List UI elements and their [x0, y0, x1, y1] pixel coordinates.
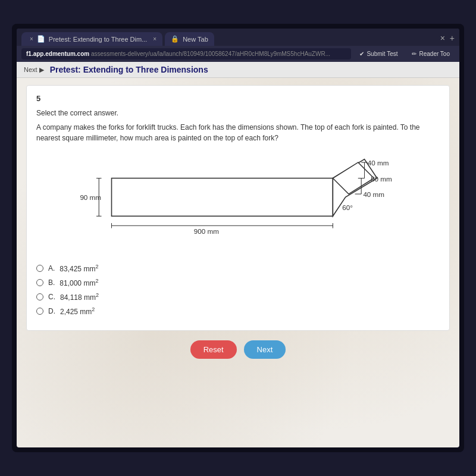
svg-text:50 mm: 50 mm [371, 175, 392, 183]
question-instruction: Select the correct answer. [36, 109, 440, 117]
tab-pretest[interactable]: × 📄 Pretest: Extending to Three Dim... × [21, 32, 162, 46]
choice-c[interactable]: C. 84,118 mm2 [36, 292, 440, 302]
choice-b-text: 81,000 mm2 [60, 278, 98, 287]
reader-icon: ✏ [412, 51, 416, 57]
address-bar[interactable]: f1.app.edmentum.com assessments-delivery… [21, 48, 351, 60]
radio-d[interactable] [36, 308, 43, 315]
tab-new[interactable]: 🔒 New Tab [165, 32, 214, 46]
choice-d-letter: D. [48, 307, 55, 315]
nav-next-label: Next [24, 66, 37, 73]
browser-chrome: × 📄 Pretest: Extending to Three Dim... ×… [17, 29, 459, 62]
tab-new-icon: 🔒 [171, 35, 179, 43]
choice-c-letter: C. [48, 293, 55, 301]
submit-label: Submit Test [367, 51, 397, 57]
question-number: 5 [36, 94, 440, 103]
screen: × 📄 Pretest: Extending to Three Dim... ×… [17, 29, 459, 447]
svg-text:90 mm: 90 mm [80, 193, 101, 201]
monitor-frame: × 📄 Pretest: Extending to Three Dim... ×… [12, 24, 464, 452]
choice-a-text: 83,425 mm2 [60, 264, 98, 273]
svg-text:60°: 60° [342, 203, 353, 211]
tab-icon: 📄 [37, 35, 45, 43]
svg-rect-0 [112, 178, 333, 217]
choice-a-letter: A. [48, 264, 55, 273]
reader-tool-button[interactable]: ✏ Reader Too [407, 49, 455, 59]
choice-d[interactable]: D. 2,425 mm2 [36, 306, 440, 316]
tab-new-label: New Tab [183, 36, 208, 43]
address-bar-row: f1.app.edmentum.com assessments-delivery… [17, 46, 459, 62]
question-text: A company makes the forks for forklift t… [36, 122, 440, 143]
svg-text:40 mm: 40 mm [363, 190, 384, 198]
bottom-buttons: Reset Next [26, 340, 450, 359]
new-tab-icon[interactable]: + [450, 33, 455, 43]
answer-choices: A. 83,425 mm2 B. 81,000 mm2 C. 84,118 mm… [36, 264, 440, 316]
radio-b[interactable] [36, 279, 43, 286]
nav-next-button[interactable]: Next ▶ [24, 66, 44, 74]
page-title: Pretest: Extending to Three Dimensions [50, 65, 208, 74]
reader-label: Reader Too [419, 51, 450, 57]
close-window-icon[interactable]: × [440, 33, 445, 43]
question-card: 5 Select the correct answer. A company m… [26, 85, 450, 331]
next-button[interactable]: Next [244, 340, 286, 359]
submit-test-button[interactable]: ✔ Submit Test [355, 49, 402, 59]
header-buttons: ✔ Submit Test ✏ Reader Too [355, 49, 455, 59]
choice-b-letter: B. [48, 278, 55, 287]
tab-close-icon-2[interactable]: × [153, 36, 156, 42]
radio-a[interactable] [36, 265, 43, 272]
tab-close-icon[interactable]: × [30, 36, 33, 42]
submit-icon: ✔ [359, 51, 364, 57]
choice-a[interactable]: A. 83,425 mm2 [36, 264, 440, 273]
svg-text:900 mm: 900 mm [194, 227, 219, 235]
reset-button[interactable]: Reset [190, 340, 237, 359]
fork-diagram: 90 mm 900 mm 40 mm 50 mm 40 mm [36, 153, 440, 254]
tab-bar-actions: × + [440, 33, 455, 45]
tab-bar: × 📄 Pretest: Extending to Three Dim... ×… [17, 29, 459, 46]
tab-label: Pretest: Extending to Three Dim... [49, 36, 147, 43]
choice-d-text: 2,425 mm2 [60, 306, 95, 316]
choice-c-text: 84,118 mm2 [60, 292, 99, 302]
nav-next-arrow-icon: ▶ [39, 66, 44, 74]
page-header: Next ▶ Pretest: Extending to Three Dimen… [17, 62, 459, 78]
main-content: 5 Select the correct answer. A company m… [17, 78, 459, 447]
svg-text:40 mm: 40 mm [368, 159, 389, 167]
radio-c[interactable] [36, 293, 43, 300]
choice-b[interactable]: B. 81,000 mm2 [36, 278, 440, 287]
address-domain: f1.app.edmentum.com assessments-delivery… [26, 51, 330, 57]
diagram-area: 90 mm 900 mm 40 mm 50 mm 40 mm [36, 153, 440, 254]
